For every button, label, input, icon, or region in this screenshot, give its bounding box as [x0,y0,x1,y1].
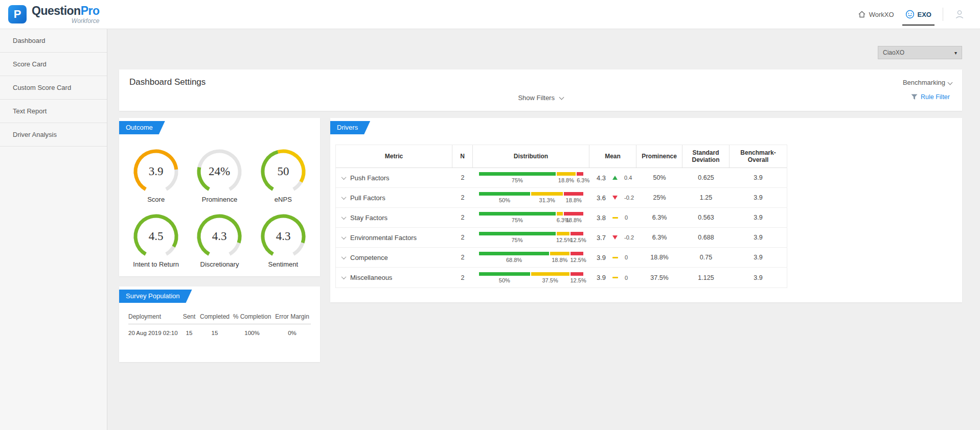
metric-label: Stay Factors [350,214,388,222]
mean-delta: 0 [625,254,628,260]
survey-cell: 100% [231,324,274,336]
survey-cell: 20 Aug 2019 02:10 [128,324,179,336]
distribution-label: 50% [479,197,530,203]
gauge-sentiment: 4.3Sentiment [252,212,315,268]
column-header-benchmark-overall: Benchmark-Overall [730,145,787,168]
driver-row-environmental-factors: Environmental Factors275%12.5%12.5%3.7-0… [336,228,787,248]
std-dev-value: 1.25 [682,194,730,201]
column-header-prominence: Prominence [636,145,682,168]
sidebar-item-driver-analysis[interactable]: Driver Analysis [0,123,107,147]
distribution-label: 75% [479,237,555,243]
metric-label: Pull Factors [350,194,385,202]
distribution-label: 75% [479,217,556,223]
distribution-cell: 68.8%18.8%12.5% [473,252,589,263]
n-value: 2 [452,274,473,281]
trend-down-icon [612,235,618,240]
drivers-table: MetricNDistributionMeanProminenceStandar… [335,145,787,288]
survey-table-header: DeploymentSentCompleted% CompletionError… [128,313,311,324]
distribution-cell: 75%12.5%12.5% [473,232,589,243]
brand-logo: P QuestionPro Workforce [8,5,100,24]
svg-text:4.5: 4.5 [149,230,164,243]
distribution-label: 18.8% [564,197,583,203]
mean-value: 3.7 [597,234,606,242]
distribution-segment-yellow [531,272,569,276]
distribution-label: 18.8% [557,177,576,183]
svg-text:4.3: 4.3 [212,230,227,243]
survey-column-completion: % Completion [231,313,274,324]
drivers-ribbon: Drivers [330,121,370,134]
distribution-segment-green [479,192,530,196]
project-select-value: CiaoXO [883,49,904,56]
survey-population-ribbon: Survey Population [119,290,192,303]
profile-icon[interactable] [954,9,965,19]
sidebar-item-text-report[interactable]: Text Report [0,100,107,123]
metric-label: Push Factors [350,174,390,182]
top-navbar: P QuestionPro Workforce WorkXO EXO [0,0,980,29]
n-value: 2 [452,174,473,181]
gauge-label: Prominence [202,196,237,203]
column-header-mean: Mean [589,145,636,168]
prominence-value: 6.3% [636,234,682,241]
expand-chevron-icon[interactable] [341,254,347,259]
brand-question: Question [32,4,81,17]
mean-value: 4.3 [597,174,606,182]
expand-chevron-icon[interactable] [341,195,347,200]
brand-pro: Pro [81,4,100,17]
prominence-value: 50% [636,174,682,181]
mean-delta: 0.4 [624,175,632,181]
project-select[interactable]: CiaoXO ▾ [878,46,962,59]
column-header-standard-deviation: Standard Deviation [682,145,730,168]
column-header-distribution: Distribution [473,145,589,168]
prominence-value: 37.5% [636,274,682,281]
distribution-segment-green [479,232,556,235]
distribution-label: 18.8% [550,257,569,263]
main-content: CiaoXO ▾ Dashboard Settings Benchmarking… [108,29,980,430]
nav-divider [943,8,943,21]
dashboard-settings-card: Dashboard Settings Benchmarking Show Fil… [119,69,962,111]
distribution-cell: 50%37.5%12.5% [473,272,589,283]
gauge-label: Intent to Return [133,260,179,268]
gauge-enps: 50eNPS [252,148,315,203]
rule-filter-button[interactable]: Rule Filter [911,93,950,101]
expand-chevron-icon[interactable] [341,214,347,220]
nav-exo-label: EXO [918,11,931,18]
distribution-segment-yellow [550,252,569,255]
distribution-segment-green [479,172,556,176]
distribution-segment-green [479,212,556,216]
survey-cell: 15 [179,324,199,336]
mean-value: 3.9 [597,254,606,261]
driver-row-stay-factors: Stay Factors275%6.3%18.8%3.806.3%0.5633.… [336,208,787,228]
sidebar: DashboardScore CardCustom Score CardText… [0,29,107,430]
sidebar-list: DashboardScore CardCustom Score CardText… [0,29,107,147]
logo-text: QuestionPro Workforce [32,5,100,24]
home-icon [858,10,866,18]
nav-workxo-label: WorkXO [869,11,894,18]
mean-delta: -0.2 [624,234,634,241]
mean-value: 3.9 [597,274,606,281]
sidebar-item-dashboard[interactable]: Dashboard [0,29,107,53]
distribution-segment-yellow [557,212,563,216]
prominence-value: 6.3% [636,214,682,221]
nav-exo[interactable]: EXO [905,10,931,19]
expand-chevron-icon[interactable] [341,175,347,180]
prominence-value: 25% [636,194,682,201]
chevron-down-icon [559,95,564,100]
distribution-label: 31.3% [531,197,563,203]
drivers-panel: Drivers MetricNDistributionMeanProminenc… [330,118,962,302]
show-filters-toggle[interactable]: Show Filters [129,94,952,102]
expand-chevron-icon[interactable] [341,274,347,279]
mean-cell: 3.80 [589,214,636,222]
distribution-label: 12.5% [556,237,569,243]
sidebar-item-custom-score-card[interactable]: Custom Score Card [0,76,107,100]
sidebar-item-score-card[interactable]: Score Card [0,53,107,76]
benchmark-value: 3.9 [730,234,787,241]
std-dev-value: 1.125 [682,274,730,281]
trend-down-icon [612,196,618,200]
outcome-panel: Outcome 3.9Score24%Prominence50eNPS4.5In… [119,118,320,276]
benchmarking-dropdown[interactable]: Benchmarking [903,79,952,86]
n-value: 2 [452,194,473,201]
nav-workxo[interactable]: WorkXO [858,10,894,18]
expand-chevron-icon[interactable] [341,234,347,240]
distribution-label: 50% [479,277,530,283]
metric-label: Competence [350,254,388,261]
